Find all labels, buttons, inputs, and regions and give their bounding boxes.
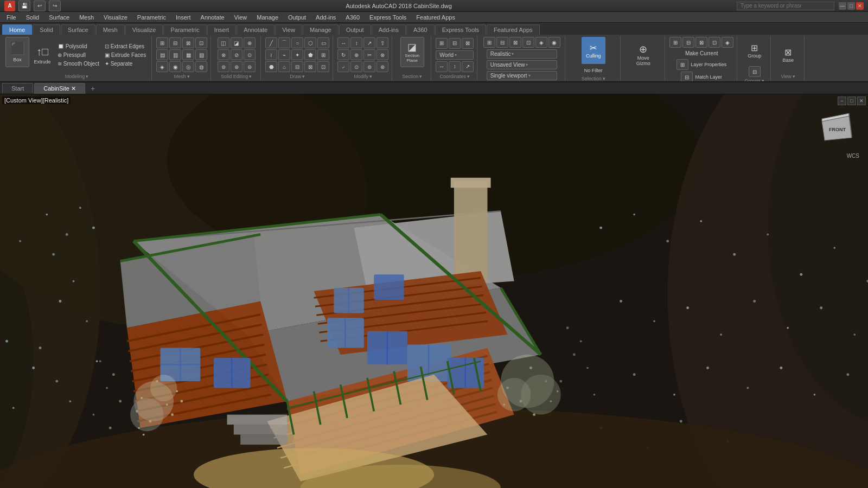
menu-parametric[interactable]: Parametric [133,13,170,22]
draw-btn14[interactable]: ⊠ [304,61,316,72]
mod-btn10[interactable]: ⊙ [350,61,362,72]
mod-btn8[interactable]: ⊗ [376,49,388,60]
mod-btn7[interactable]: ✂ [363,49,375,60]
viewport-minimize-btn[interactable]: − [838,97,846,105]
viewport[interactable]: [Custom View][Realistic] FRONT WCS − □ ✕ [0,94,868,488]
tab-parametric[interactable]: Parametric [163,24,206,35]
view-btn1[interactable]: ⊞ [483,37,495,48]
tab-manage[interactable]: Manage [303,24,339,35]
layer-properties-btn[interactable]: ⊞ [676,59,688,70]
se-btn6[interactable]: ⊙ [244,49,256,60]
mod-btn12[interactable]: ⊛ [376,61,388,72]
se-btn8[interactable]: ⊛ [231,61,242,72]
modeling-label[interactable]: Modeling ▾ [65,74,89,79]
mod-btn11[interactable]: ⊚ [363,61,375,72]
visual-style-dropdown[interactable]: Realistic ▾ [487,49,557,59]
menu-annotate[interactable]: Annotate [196,13,229,22]
se-btn1[interactable]: ◫ [218,37,229,48]
tab-a360[interactable]: A360 [406,24,435,35]
view-btn3[interactable]: ⊠ [509,37,521,48]
viewport-close-btn[interactable]: ✕ [857,97,866,105]
menu-mesh[interactable]: Mesh [75,13,98,22]
coord-btn1[interactable]: ⊞ [436,38,448,49]
view-btn6[interactable]: ◉ [548,37,560,48]
mesh-btn12[interactable]: ◍ [195,61,207,72]
tab-output[interactable]: Output [339,24,371,35]
quick-undo-btn[interactable]: ↩ [34,1,46,11]
quick-save-btn[interactable]: 💾 [18,1,30,11]
match-layer-icon-btn[interactable]: ⊟ [681,72,693,81]
doc-tab-cabinsite[interactable]: CabinSite ✕ [34,83,85,94]
mesh-btn7[interactable]: ▦ [182,49,194,60]
viewport-dropdown[interactable]: Single viewport ▾ [487,71,557,80]
gizmo-label[interactable] [642,74,644,79]
mod-btn6[interactable]: ⊕ [350,49,362,60]
layers-btn2[interactable]: ⊟ [682,37,694,48]
modify-label[interactable]: Modify ▾ [354,74,372,79]
coord-btn6[interactable]: ↗ [462,61,474,72]
mesh-btn11[interactable]: ◎ [182,61,194,72]
tab-surface[interactable]: Surface [61,24,95,35]
menu-add-ins[interactable]: Add-ins [311,13,340,22]
mod-btn1[interactable]: ↔ [337,37,349,48]
menu-featured-apps[interactable]: Featured Apps [412,13,459,22]
menu-view[interactable]: View [230,13,252,22]
world-dropdown[interactable]: World ▾ [436,50,474,60]
mesh-btn6[interactable]: ▥ [169,49,181,60]
selection-label[interactable]: Selection ▾ [582,76,605,81]
menu-a360[interactable]: A360 [341,13,364,22]
tab-featured-apps[interactable]: Featured Apps [487,24,540,35]
groups-label[interactable]: Groups ▾ [744,78,764,81]
viewcube[interactable]: FRONT [814,105,857,149]
coord-btn4[interactable]: ↔ [436,61,448,72]
mesh-btn8[interactable]: ▧ [195,49,207,60]
close-btn[interactable]: ✕ [856,2,864,10]
draw-btn12[interactable]: ⌂ [278,61,290,72]
se-btn2[interactable]: ◪ [231,37,242,48]
draw-btn1[interactable]: ╱ [265,37,277,48]
tab-insert[interactable]: Insert [207,24,237,35]
box-button[interactable]: ⬛ Box [5,37,29,67]
mesh-btn4[interactable]: ⊡ [195,37,207,48]
coordinates-label[interactable]: Coordinates ▾ [439,74,470,79]
presspull-btn[interactable]: ⊕ Presspull [55,51,101,59]
layers-btn4[interactable]: ⊡ [709,37,720,48]
view-btn2[interactable]: ⊟ [496,37,508,48]
se-btn9[interactable]: ⊜ [244,61,256,72]
search-input[interactable] [737,2,834,10]
mod-btn5[interactable]: ↻ [337,49,349,60]
draw-btn7[interactable]: ⌁ [278,49,290,60]
draw-label[interactable]: Draw ▾ [290,74,305,79]
mod-btn9[interactable]: ⌿ [337,61,349,72]
tab-view[interactable]: View [275,24,302,35]
menu-surface[interactable]: Surface [44,13,74,22]
draw-btn5[interactable]: ▭ [317,37,329,48]
view-btn5[interactable]: ◈ [535,37,547,48]
mesh-btn1[interactable]: ⊞ [156,37,168,48]
se-btn4[interactable]: ⊗ [218,49,229,60]
group-btn[interactable]: ⊞ Group [743,37,767,64]
saved-view-dropdown[interactable]: Unsaved View ▾ [487,60,557,69]
solid-editing-label[interactable]: Solid Editing ▾ [221,74,252,79]
separate-btn[interactable]: ✦ Separate [103,60,148,68]
base-btn[interactable]: ⊠ Base [776,41,800,68]
viewport-maximize-btn[interactable]: □ [847,97,856,105]
draw-btn3[interactable]: ○ [291,37,303,48]
draw-btn8[interactable]: ✦ [291,49,303,60]
draw-btn11[interactable]: ⬣ [265,61,277,72]
menu-express-tools[interactable]: Express Tools [365,13,411,22]
maximize-btn[interactable]: □ [847,2,855,10]
quick-redo-btn[interactable]: ↪ [49,1,61,11]
layers-btn5[interactable]: ◈ [722,37,733,48]
draw-btn9[interactable]: ⬟ [304,49,316,60]
section-plane-btn[interactable]: ◪ Section Plane [400,37,424,67]
mesh-btn2[interactable]: ⊟ [169,37,181,48]
se-btn3[interactable]: ⊕ [244,37,256,48]
tab-add-ins[interactable]: Add-ins [372,24,406,35]
group-btn2[interactable]: ⊟ [749,66,761,77]
view2-label[interactable]: View ▾ [781,74,795,79]
move-gizmo-btn[interactable]: ⊕ Move Gizmo [631,41,655,68]
tab-annotate[interactable]: Annotate [237,24,275,35]
polysolid-btn[interactable]: 🔲 Polysolid [55,42,101,50]
draw-btn13[interactable]: ⊟ [291,61,303,72]
